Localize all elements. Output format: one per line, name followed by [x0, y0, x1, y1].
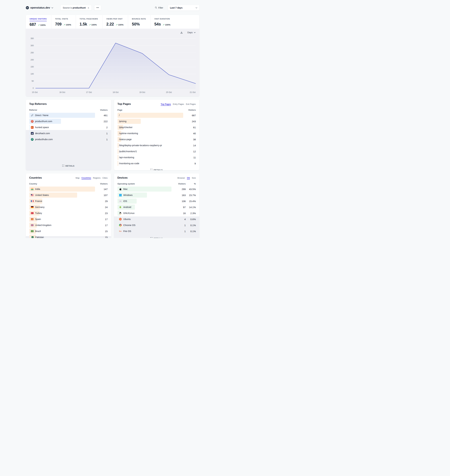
stat-tab-bounce-rate[interactable]: BOUNCE RATE 50%: [128, 15, 151, 29]
arrow-up-right-icon: ↗: [89, 24, 91, 26]
page-row[interactable]: /status-page 38: [118, 137, 196, 142]
stat-tab-visit-duration[interactable]: VISIT DURATION 54s ↗100%: [151, 15, 175, 29]
row-label: Windows: [123, 194, 133, 196]
svg-text:21 Oct: 21 Oct: [190, 91, 195, 93]
devices-tab-size[interactable]: Size: [192, 177, 196, 179]
devices-tab-os[interactable]: OS: [187, 177, 190, 179]
countries-tab-regions[interactable]: Regions: [93, 177, 101, 179]
row-label: producthunt.com: [35, 120, 52, 123]
os-row[interactable]: iOSiOS 10615.4%: [118, 199, 196, 204]
country-row[interactable]: France 29: [29, 199, 108, 204]
row-visitors: 1: [99, 132, 108, 135]
os-row[interactable]: Android 9714.1%: [118, 205, 196, 210]
fireos-icon: fire: [119, 230, 122, 233]
row-label: United States: [35, 194, 49, 196]
country-row[interactable]: United States 107: [29, 193, 108, 198]
producthubx-icon: P: [31, 138, 34, 141]
date-range-select[interactable]: Last 7 days: [168, 5, 199, 11]
flag-de-icon: [31, 206, 34, 208]
row-label: Chrome OS: [123, 224, 136, 226]
row-visitors: 29: [99, 200, 108, 202]
row-label: hunted.space: [35, 126, 49, 129]
pages-tab-exit-pages[interactable]: Exit Pages: [186, 103, 196, 105]
country-row[interactable]: Pakistan 15: [29, 235, 108, 238]
card-title: Devices: [118, 176, 128, 179]
referrer-row[interactable]: decohack.com 1: [29, 131, 108, 136]
referrer-row[interactable]: Direct / None 461: [29, 113, 108, 118]
row-label: Pakistan: [35, 236, 44, 238]
windows-icon: [119, 194, 122, 196]
column-headers: Operating system Visitors %: [118, 183, 196, 185]
top-bar: openstatus.dev Source is producthunt × •…: [26, 4, 199, 12]
row-percent: 43.5%: [186, 188, 196, 190]
filter-chip-text: Source is producthunt: [63, 6, 86, 9]
page-row[interactable]: /pricing 243: [118, 119, 196, 124]
os-row[interactable]: Mac 29943.5%: [118, 186, 196, 192]
stat-tab-unique-visitors[interactable]: UNIQUE VISITORS 687 ↗100%: [26, 15, 51, 29]
row-percent: 0.1%: [186, 224, 196, 226]
os-row[interactable]: fireFire OS 10.1%: [118, 229, 196, 234]
pages-tab-top-pages[interactable]: Top Pages: [161, 103, 171, 105]
stat-tab-total-visits[interactable]: TOTAL VISITS 709 ↗100%: [51, 15, 76, 29]
svg-text:15 Oct: 15 Oct: [32, 91, 38, 93]
os-row[interactable]: Windows 16323.7%: [118, 193, 196, 198]
devices-tab-browser[interactable]: Browser: [178, 177, 185, 179]
ios-icon: iOS: [119, 200, 122, 202]
decohack-icon: [31, 132, 34, 135]
page-row[interactable]: /play/checker 61: [118, 125, 196, 130]
os-row[interactable]: GNU/Linux 162.3%: [118, 211, 196, 216]
country-row[interactable]: India 147: [29, 186, 108, 192]
page-row[interactable]: / 687: [118, 113, 196, 118]
download-icon[interactable]: [180, 31, 183, 34]
search-icon: [155, 6, 157, 9]
row-visitors: 11: [187, 156, 196, 159]
filter-chip-source[interactable]: Source is producthunt ×: [60, 5, 91, 11]
site-switcher[interactable]: openstatus.dev: [26, 6, 53, 9]
svg-text:350: 350: [30, 37, 34, 40]
referrer-row[interactable]: Pproducthubx.com 1: [29, 137, 108, 142]
more-filters-button[interactable]: •••: [94, 5, 101, 11]
flag-us-icon: [31, 194, 34, 196]
svg-text:50: 50: [31, 80, 34, 82]
countries-tab-map[interactable]: Map: [76, 177, 79, 179]
page-row[interactable]: /public/monitors/1 12: [118, 149, 196, 154]
country-row[interactable]: United Kingdom 17: [29, 223, 108, 228]
remove-filter-icon[interactable]: ×: [88, 7, 89, 9]
row-visitors: 38: [187, 138, 196, 141]
stat-tab-total-pageviews[interactable]: TOTAL PAGEVIEWS 1.5k ↗100%: [76, 15, 103, 29]
page-row[interactable]: /api-monitoring 11: [118, 155, 196, 160]
svg-text:250: 250: [30, 52, 34, 54]
card-title: Top Pages: [118, 102, 131, 106]
chart-toolbar: Days: [28, 30, 195, 35]
row-visitors: 9: [187, 162, 196, 165]
country-row[interactable]: Turkey 23: [29, 211, 108, 216]
pages-details-button[interactable]: DETAILS: [118, 167, 196, 170]
row-label: India: [35, 188, 40, 190]
countries-tab-countries[interactable]: Countries: [82, 177, 91, 179]
filter-button[interactable]: Filter: [154, 6, 164, 9]
flag-tr-icon: [31, 212, 34, 214]
country-row[interactable]: Brazil 15: [29, 229, 108, 234]
page-row[interactable]: /monitoring-as-code 9: [118, 161, 196, 166]
flag-es-icon: [31, 218, 34, 220]
producthunt-icon: P: [31, 120, 34, 123]
row-visitors: 61: [187, 126, 196, 129]
column-headers: PageVisitors: [118, 109, 196, 111]
devices-details-button[interactable]: DETAILS: [118, 235, 196, 238]
referrer-row[interactable]: hunted.space 2: [29, 125, 108, 130]
interval-select[interactable]: Days: [187, 31, 195, 34]
referrers-details-button[interactable]: DETAILS: [29, 163, 108, 168]
svg-text:300: 300: [30, 44, 34, 47]
pages-tab-entry-pages[interactable]: Entry Pages: [173, 103, 184, 105]
stat-tab-views-per-visit[interactable]: VIEWS PER VISIT 2.22 ↗100%: [103, 15, 128, 29]
countries-tab-cities[interactable]: Cities: [102, 177, 108, 179]
os-row[interactable]: Ubuntu 40.6%: [118, 217, 196, 222]
page-row[interactable]: /blog/deploy-private-locations-raspberry…: [118, 143, 196, 148]
link-icon: [31, 114, 34, 117]
country-row[interactable]: Spain 17: [29, 217, 108, 222]
referrer-row[interactable]: Pproducthunt.com 222: [29, 119, 108, 124]
svg-text:19 Oct: 19 Oct: [139, 91, 145, 93]
os-row[interactable]: Chrome OS 10.1%: [118, 223, 196, 228]
country-row[interactable]: Germany 24: [29, 205, 108, 210]
page-row[interactable]: /uptime-monitoring 40: [118, 131, 196, 136]
